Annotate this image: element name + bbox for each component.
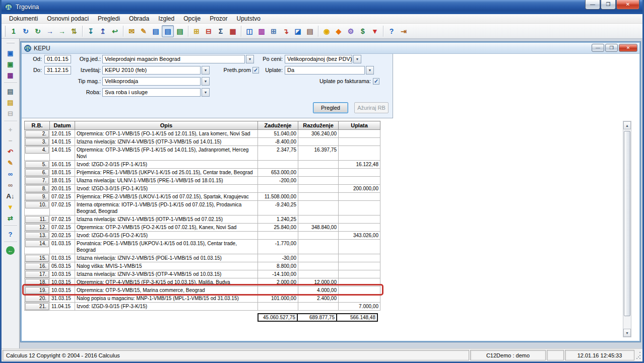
- menu-item-dokumenti[interactable]: Dokumenti: [5, 15, 42, 23]
- table-row[interactable]: 19.10.03.15Otpremnica: OTP-5-VMB/15, Mar…: [25, 286, 380, 295]
- table-row[interactable]: 17.10.03.15Izlazna nivelacija: IZNIV-3-V…: [25, 270, 380, 278]
- izvestaj-dropdown-icon[interactable]: ▼: [202, 66, 210, 75]
- layout-left-icon[interactable]: ◫: [243, 25, 255, 37]
- azuriraj-rb-button[interactable]: Ažuriraj RB: [354, 102, 389, 113]
- row-number-button[interactable]: 10.: [25, 201, 49, 208]
- uplate-combo[interactable]: Da: [285, 66, 365, 75]
- page-user-icon[interactable]: ◪: [292, 25, 304, 37]
- row-number-button[interactable]: 12.: [25, 224, 49, 231]
- scrollbar-thumb[interactable]: [624, 131, 630, 316]
- table-row[interactable]: 18.10.03.15Otpremnica: OTP-4-VMB/15 (FP-…: [25, 278, 380, 286]
- scroll-up-icon[interactable]: ▲: [623, 121, 631, 129]
- table-row[interactable]: 8.20.01.15Izvod: IZGD-3-0/15 (FO-1-K/15)…: [25, 185, 380, 193]
- table-row[interactable]: 5.16.01.15Izvod: IZGD-2-0/15 (FP-1-K/15)…: [25, 161, 380, 169]
- doc-marker-green-icon[interactable]: ▤: [174, 25, 186, 37]
- refresh-doc-green-icon[interactable]: ↻: [32, 25, 44, 37]
- export-doc-icon[interactable]: ↥: [97, 25, 109, 37]
- sum-icon[interactable]: Σ: [215, 25, 227, 37]
- menu-item-opcije[interactable]: Opcije: [179, 15, 205, 23]
- copy-pages-icon[interactable]: ⊞: [268, 25, 280, 37]
- bulb-icon[interactable]: ◉: [320, 25, 333, 37]
- roba-dropdown-icon[interactable]: ▼: [202, 88, 210, 97]
- row-number-button[interactable]: 7.: [25, 177, 49, 184]
- row-number-button[interactable]: 3.: [25, 138, 49, 146]
- table-row[interactable]: 13.20.02.15Izvod: IZGD-6-0/15 (FO-2-K/15…: [25, 232, 380, 240]
- kepu-window-icon[interactable]: [24, 45, 31, 52]
- org-jed-combo[interactable]: Veleprodajni magacin Beograd: [102, 55, 245, 63]
- toolbar-grip[interactable]: [4, 26, 6, 37]
- table-row[interactable]: 10.07.02.15Interna otpremnica: IOTP-1-VM…: [25, 201, 380, 215]
- pages-bulb-icon[interactable]: ⊞: [190, 25, 203, 37]
- export-grid-icon[interactable]: ▦: [4, 69, 17, 81]
- book-bulb-icon[interactable]: ▤: [304, 25, 316, 37]
- filter-icon[interactable]: ▼: [4, 201, 17, 212]
- import-doc-icon[interactable]: ↧: [85, 25, 97, 37]
- tag-icon[interactable]: ◆: [333, 25, 345, 37]
- tip-mag-dropdown-icon[interactable]: ▼: [202, 77, 210, 86]
- row-number-button[interactable]: 5.: [25, 161, 49, 168]
- menu-item-osnovni-podaci[interactable]: Osnovni podaci: [42, 15, 93, 23]
- row-number-button[interactable]: 19.: [25, 287, 49, 294]
- row-number-button[interactable]: 9.: [25, 193, 49, 200]
- pages-red-icon[interactable]: ⊟: [203, 25, 215, 37]
- settings-gear-icon[interactable]: ⚙: [345, 25, 357, 37]
- table-row[interactable]: 11.07.02.15Izlazna nivelacija: IZNIV-1-V…: [25, 215, 380, 224]
- doc-marker-pressed-icon[interactable]: ▤: [162, 25, 174, 37]
- uplate-dropdown-icon[interactable]: ▼: [366, 66, 374, 75]
- menu-item-izgled[interactable]: Izgled: [154, 15, 179, 23]
- row-number-button[interactable]: 18.: [25, 279, 49, 286]
- print-icon[interactable]: ▤: [4, 86, 17, 97]
- table-row[interactable]: 20.31.03.15Nalog popisa u magacinu: MNP-…: [25, 295, 380, 303]
- kepu-close-button[interactable]: ✕: [619, 44, 637, 52]
- row-number-button[interactable]: 11.: [25, 216, 49, 223]
- row-number-button[interactable]: 4.: [25, 147, 49, 154]
- table-row[interactable]: 4.14.01.15Otpremnica: OTP-3-VMB/15 (FP-1…: [25, 146, 380, 161]
- goto-doc-blue-icon[interactable]: →: [44, 25, 56, 37]
- table-row[interactable]: 14.01.03.15Povratnica: POE-1-VMB/15 (UKP…: [25, 240, 380, 254]
- undo-icon[interactable]: ↶: [4, 146, 17, 157]
- exit-door-icon[interactable]: ⇥: [398, 25, 410, 37]
- table-row[interactable]: 21.11.04.15Izvod: IZGD-9-0/15 (FP-3-K/15…: [25, 303, 380, 311]
- row-number-button[interactable]: 14.: [25, 240, 49, 247]
- table-row[interactable]: 15.01.03.15Izlazna nivelacija: IZNIV-2-V…: [25, 254, 380, 262]
- table-row[interactable]: 6.18.01.15Prijemnica: PRE-1-VMB/15 (UKPV…: [25, 169, 380, 177]
- find-next-icon[interactable]: ∞: [4, 179, 17, 190]
- calendar-icon[interactable]: ▦: [227, 25, 239, 37]
- scroll-down-icon[interactable]: ▼: [623, 329, 631, 337]
- row-number-button[interactable]: 2.: [25, 130, 49, 137]
- row-number-button[interactable]: 17.: [25, 271, 49, 278]
- mail-icon[interactable]: ✉: [125, 25, 138, 37]
- table-row[interactable]: 7.18.01.15Ulazna nivelacija: ULNIV-1-VMB…: [25, 177, 380, 185]
- maximize-button[interactable]: ❒: [601, 0, 616, 10]
- menu-item-obrada[interactable]: Obrada: [124, 15, 154, 23]
- po-ceni-combo[interactable]: Velikoprodajnoj (bez PDV): [285, 55, 352, 63]
- menu-item-uputstvo[interactable]: Uputstvo: [232, 15, 265, 23]
- close-button[interactable]: ✕: [616, 0, 639, 10]
- refresh-doc-blue-icon[interactable]: ↻: [20, 25, 32, 37]
- help-icon[interactable]: ?: [4, 229, 17, 240]
- vertical-scrollbar[interactable]: ▲ ▼: [623, 121, 631, 337]
- row-number-button[interactable]: 20.: [25, 295, 49, 302]
- red-drop-icon[interactable]: ▼: [369, 25, 381, 37]
- revert-doc-icon[interactable]: ↩: [109, 25, 121, 37]
- collapse-doc-icon[interactable]: ⇅: [68, 25, 80, 37]
- kepu-maximize-button[interactable]: ❒: [605, 44, 618, 52]
- row-number-button[interactable]: 13.: [25, 232, 49, 239]
- uplate-po-fakturama-checkbox[interactable]: ✓: [373, 78, 379, 85]
- money-book-icon[interactable]: $: [357, 25, 369, 37]
- menu-item-prozor[interactable]: Prozor: [205, 15, 232, 23]
- kepu-minimize-button[interactable]: —: [592, 44, 604, 52]
- minimize-button[interactable]: —: [585, 0, 600, 10]
- help-icon[interactable]: ?: [385, 25, 398, 37]
- layout-grid-icon[interactable]: ▥: [255, 25, 268, 37]
- izvestaj-combo[interactable]: KEPU 2010 (feb): [102, 66, 201, 75]
- new-numbered-doc-icon[interactable]: 1: [8, 25, 20, 37]
- table-row[interactable]: 12.07.02.15Otpremnica: OTP-2-VMB/15 (FO-…: [25, 224, 380, 232]
- table-row[interactable]: 16.05.03.15Nalog viška: MVIS-1-VMB/158.8…: [25, 262, 380, 270]
- pregled-button[interactable]: Pregled: [313, 102, 348, 113]
- edit-note-icon[interactable]: ✎: [138, 25, 150, 37]
- doc-marker-blue-icon[interactable]: ▤: [150, 25, 162, 37]
- goto-doc-green-icon[interactable]: →: [56, 25, 68, 37]
- app-icon[interactable]: [5, 3, 13, 11]
- sort-az-icon[interactable]: A↓: [4, 190, 17, 201]
